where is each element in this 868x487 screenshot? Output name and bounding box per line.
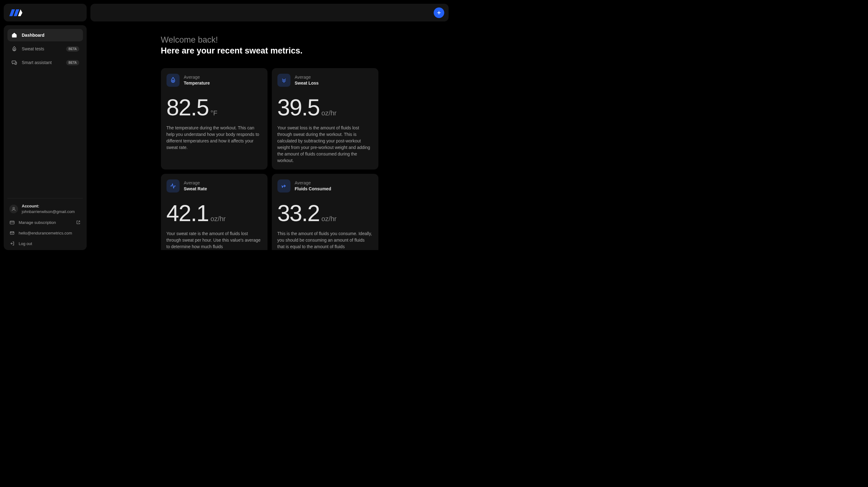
avatar xyxy=(9,205,18,213)
temperature-icon xyxy=(166,74,180,87)
activity-icon xyxy=(166,179,180,193)
card-temperature: Average Temperature 82.5 °F The temperat… xyxy=(161,68,268,170)
card-value: 42.1 xyxy=(166,202,209,225)
chevrons-down-icon xyxy=(277,74,290,87)
nav: Dashboard Sweat tests BETA xyxy=(7,29,83,69)
external-link-icon xyxy=(75,220,81,225)
card-unit: °F xyxy=(211,109,217,117)
logo-panel xyxy=(4,4,87,22)
welcome: Welcome back! Here are your recent sweat… xyxy=(161,34,378,56)
sidebar-item-label: Dashboard xyxy=(22,33,79,38)
card-value-row: 42.1 oz/hr xyxy=(166,202,262,225)
home-icon xyxy=(11,32,18,38)
plus-icon xyxy=(436,10,442,16)
card-title: Average Fluids Consumed xyxy=(295,180,331,192)
welcome-greeting: Welcome back! xyxy=(161,34,378,46)
credit-card-icon xyxy=(9,220,15,225)
sidebar-item-sweat-tests[interactable]: Sweat tests BETA xyxy=(7,42,83,55)
header xyxy=(90,4,448,22)
beta-badge: BETA xyxy=(66,60,79,65)
chat-icon xyxy=(11,59,18,66)
card-description: The temperature during the workout. This… xyxy=(166,125,262,151)
card-description: This is the amount of fluids you consume… xyxy=(277,230,373,250)
card-unit: oz/hr xyxy=(211,215,226,223)
card-title: Average Sweat Loss xyxy=(295,74,319,86)
logout-icon xyxy=(9,241,15,246)
account-label: Account: xyxy=(22,203,75,209)
card-unit: oz/hr xyxy=(321,215,337,223)
sidebar-item-dashboard[interactable]: Dashboard xyxy=(7,29,83,41)
manage-subscription-link[interactable]: Manage subscription xyxy=(7,220,83,225)
logo xyxy=(9,9,22,16)
metrics-grid: Average Temperature 82.5 °F The temperat… xyxy=(161,68,378,250)
card-header: Average Fluids Consumed xyxy=(277,179,373,193)
card-title: Average Temperature xyxy=(184,74,210,86)
card-value: 33.2 xyxy=(277,202,320,225)
card-value: 82.5 xyxy=(166,96,209,119)
card-unit: oz/hr xyxy=(321,109,337,117)
arrow-up-icon xyxy=(277,179,290,193)
logout-label: Log out xyxy=(19,241,81,246)
card-value-row: 82.5 °F xyxy=(166,96,262,119)
card-fluids-consumed: Average Fluids Consumed 33.2 oz/hr This … xyxy=(272,174,378,250)
account-text: Account: johnbarrierwilson@gmail.com xyxy=(22,203,75,214)
sidebar-item-label: Smart assistant xyxy=(22,60,62,65)
account-email: johnbarrierwilson@gmail.com xyxy=(22,209,75,214)
svg-rect-1 xyxy=(10,221,14,224)
card-title: Average Sweat Rate xyxy=(184,180,207,192)
sidebar-bottom: Account: johnbarrierwilson@gmail.com Man… xyxy=(7,198,83,246)
mail-icon xyxy=(9,230,15,236)
svg-line-3 xyxy=(78,221,80,222)
contact-link[interactable]: hello@endurancemetrics.com xyxy=(7,230,83,236)
logout-link[interactable]: Log out xyxy=(7,241,83,246)
card-value: 39.5 xyxy=(277,96,320,119)
beta-badge: BETA xyxy=(66,46,79,52)
welcome-subtitle: Here are your recent sweat metrics. xyxy=(161,46,378,56)
card-sweat-loss: Average Sweat Loss 39.5 oz/hr Your sweat… xyxy=(272,68,378,170)
card-value-row: 39.5 oz/hr xyxy=(277,96,373,119)
contact-label: hello@endurancemetrics.com xyxy=(19,231,81,235)
svg-point-0 xyxy=(13,207,14,209)
card-header: Average Sweat Loss xyxy=(277,74,373,87)
card-description: Your sweat loss is the amount of fluids … xyxy=(277,125,373,164)
sidebar: Dashboard Sweat tests BETA xyxy=(4,25,87,250)
card-header: Average Temperature xyxy=(166,74,262,87)
flame-icon xyxy=(11,46,18,52)
card-description: Your sweat rate is the amount of fluids … xyxy=(166,230,262,250)
main-content: Welcome back! Here are your recent sweat… xyxy=(90,25,448,250)
card-value-row: 33.2 oz/hr xyxy=(277,202,373,225)
card-header: Average Sweat Rate xyxy=(166,179,262,193)
manage-subscription-label: Manage subscription xyxy=(19,220,72,225)
sidebar-item-label: Sweat tests xyxy=(22,46,62,51)
add-button[interactable] xyxy=(434,7,444,18)
card-sweat-rate: Average Sweat Rate 42.1 oz/hr Your sweat… xyxy=(161,174,268,250)
svg-point-8 xyxy=(172,80,174,82)
sidebar-item-smart-assistant[interactable]: Smart assistant BETA xyxy=(7,56,83,69)
account-info: Account: johnbarrierwilson@gmail.com xyxy=(7,203,83,214)
